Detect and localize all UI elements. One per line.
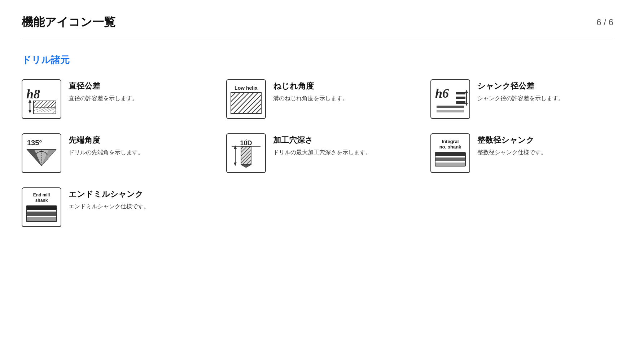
svg-line-7 [34,101,40,107]
section-title: ドリル諸元 [22,54,613,66]
svg-line-9 [40,101,47,108]
icon-grid-row3: End mill shank エンドミルシャンク エンドミルシャンク仕様です。 [22,187,613,227]
icon-box-10d: ~ 10D [226,133,266,173]
svg-text:Integral: Integral [442,139,459,144]
angle135-svg: 135° [23,135,60,171]
svg-text:10D: 10D [240,139,252,147]
icon-text-block-endmill-shank: エンドミルシャンク エンドミルシャンク仕様です。 [69,187,149,211]
svg-line-13 [53,106,56,108]
icon-desc-endmill-shank: エンドミルシャンク仕様です。 [69,202,149,211]
icon-item-hole-depth: ~ 10D [226,133,409,173]
icon-text-block-diameter-tolerance: 直径公差 直径の許容差を示します。 [69,79,138,103]
svg-marker-62 [241,165,251,168]
svg-rect-43 [437,110,464,112]
icon-box-h8: h8 [22,79,61,119]
svg-marker-3 [29,110,31,114]
icon-text-block-integral-shank: 整数径シャンク 整数径シャンク仕様です。 [477,133,547,157]
svg-line-32 [256,108,261,114]
svg-rect-37 [456,97,465,99]
divider [22,39,613,39]
svg-marker-41 [465,103,468,106]
svg-rect-38 [456,101,465,104]
icon-box-endmill: End mill shank [22,187,61,227]
icon-desc-integral-shank: 整数径シャンク仕様です。 [477,148,547,157]
svg-line-19 [52,111,56,114]
10d-svg: ~ 10D [228,135,264,171]
icon-text-block-shank-tolerance: シャンク径公差 シャンク径の許容差を示します。 [477,79,564,103]
svg-line-23 [231,93,236,97]
svg-rect-77 [26,217,57,222]
icon-desc-helix-angle: 溝のねじれ角度を示します。 [273,94,348,103]
svg-line-18 [48,108,56,112]
icon-text-block-hole-depth: 加工穴深さ ドリルの最大加工穴深さを示します。 [273,133,371,157]
svg-line-24 [231,93,240,102]
icon-label-shank-tolerance: シャンク径公差 [477,81,564,92]
svg-rect-69 [435,152,465,156]
svg-rect-70 [435,157,465,161]
svg-rect-75 [26,206,57,210]
svg-line-8 [36,101,43,108]
page-number: 6 / 6 [596,17,613,27]
icon-item-shank-tolerance: h6 シャンク径公差 シャンク径の許容差を示します。 [430,79,613,119]
icon-item-integral-shank: Integral no. shank 整数径シャンク 整数径シャンク仕様です。 [430,133,613,173]
svg-text:Low helix: Low helix [235,85,258,91]
icon-label-helix-angle: ねじれ角度 [273,81,348,92]
svg-text:End mill: End mill [33,192,50,197]
svg-text:h8: h8 [26,87,40,101]
svg-text:135°: 135° [27,139,42,147]
page-header: 機能アイコン一覧 6 / 6 [22,14,613,30]
svg-text:h6: h6 [435,86,449,101]
svg-text:shank: shank [35,198,48,203]
h8-svg: h8 [23,81,60,117]
svg-line-6 [34,101,36,103]
icon-box-135: 135° [22,133,61,173]
svg-rect-36 [456,92,465,94]
icon-item-helix-angle: Low helix ねじれ角度 溝のねじれ角度を示します。 [226,79,409,119]
svg-marker-64 [234,145,237,149]
icon-item-endmill-shank: End mill shank エンドミルシャンク エンドミルシャンク仕様です。 [22,187,149,227]
page-title: 機能アイコン一覧 [22,14,115,30]
svg-line-31 [251,104,261,114]
icon-label-integral-shank: 整数径シャンク [477,135,547,146]
icon-desc-hole-depth: ドリルの最大加工穴深さを示します。 [273,148,371,157]
svg-line-14 [34,107,43,111]
svg-line-26 [231,93,249,111]
icon-grid: h8 [22,79,613,173]
svg-rect-42 [437,106,464,108]
icon-box-integral: Integral no. shank [430,133,470,173]
icon-desc-diameter-tolerance: 直径の許容差を示します。 [69,94,138,103]
h6-svg: h6 [432,81,468,117]
svg-rect-76 [26,212,57,216]
icon-item-diameter-tolerance: h8 [22,79,205,119]
svg-line-10 [43,101,51,108]
icon-text-block-tip-angle: 先端角度 ドリルの先端角を示します。 [69,133,144,157]
svg-rect-71 [435,163,465,166]
integral-svg: Integral no. shank [432,135,468,171]
endmill-svg: End mill shank [23,189,60,225]
svg-marker-65 [234,163,237,166]
icon-text-block-helix-angle: ねじれ角度 溝のねじれ角度を示します。 [273,79,348,103]
lowhelix-svg: Low helix [228,81,264,117]
icon-label-diameter-tolerance: 直径公差 [69,81,138,92]
icon-item-tip-angle: 135° 先端角度 ドリルの先端角を示します。 [22,133,205,173]
icon-box-lowhelix: Low helix [226,79,266,119]
svg-text:no. shank: no. shank [439,144,461,150]
icon-label-endmill-shank: エンドミルシャンク [69,189,149,200]
icon-desc-shank-tolerance: シャンク径の許容差を示します。 [477,94,564,103]
icon-box-h6: h6 [430,79,470,119]
icon-label-hole-depth: 加工穴深さ [273,135,371,146]
icon-desc-tip-angle: ドリルの先端角を示します。 [69,148,144,157]
svg-marker-40 [465,90,468,93]
icon-label-tip-angle: 先端角度 [69,135,144,146]
